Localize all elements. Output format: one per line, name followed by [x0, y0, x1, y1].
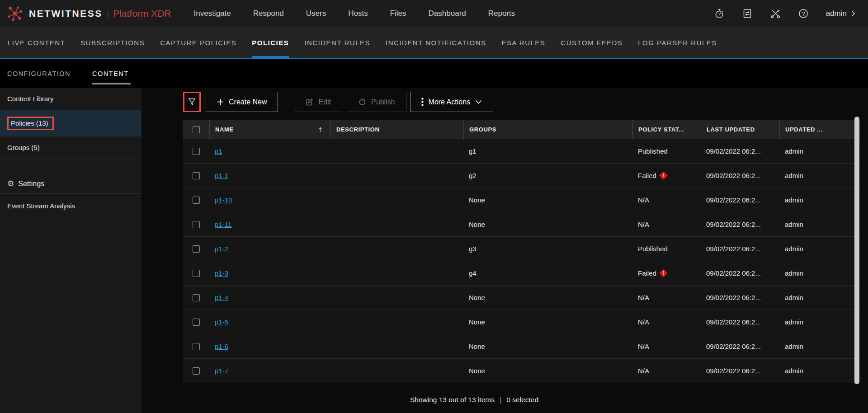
groups-cell: g2 — [463, 172, 632, 179]
policy-status-text: N/A — [638, 221, 649, 228]
failed-alert-icon: ! — [659, 269, 667, 277]
admin-tools-icon[interactable] — [770, 8, 781, 19]
tab-incident-rules[interactable]: INCIDENT RULES — [304, 27, 370, 58]
brand-name: NETWITNESS — [29, 8, 103, 19]
brand-divider: | — [107, 8, 109, 19]
table-row-p1-6: p1-6 None N/A ! 09/02/2022 06:2... admin — [183, 334, 860, 359]
annotation-highlight-box: Policies (13) — [7, 117, 54, 130]
sidebar-item-label: Event Stream Analysis — [7, 202, 75, 210]
sidebar-item-policies-13[interactable]: ⚙ Policies (13) — [0, 110, 142, 136]
vertical-scrollbar[interactable] — [854, 117, 859, 384]
column-header-updated[interactable]: UPDATED ... ↑ — [779, 120, 860, 139]
policy-name-link[interactable]: p1-4 — [215, 294, 228, 301]
timer-icon[interactable] — [714, 8, 725, 19]
topnav-item-dashboard[interactable]: Dashboard — [429, 9, 466, 18]
admin-user-label: admin — [826, 9, 847, 18]
policy-name-link[interactable]: p1-2 — [215, 245, 228, 253]
tab-custom-feeds[interactable]: CUSTOM FEEDS — [561, 27, 623, 58]
tab-live-content[interactable]: LIVE CONTENT — [8, 27, 65, 58]
topnav-item-reports[interactable]: Reports — [488, 9, 515, 18]
table-row-p1: p1 g1 Published ! 09/02/2022 06:2... adm… — [183, 139, 860, 164]
table-row-p1-11: p1-11 None N/A ! 09/02/2022 06:2... admi… — [183, 212, 860, 237]
table-row-p1-4: p1-4 None N/A ! 09/02/2022 06:2... admin — [183, 286, 860, 310]
svg-text:?: ? — [802, 10, 805, 17]
content-layout: ⚙ Content Library ⚙ Policies (13) ⚙ Grou… — [0, 88, 868, 413]
tab-incident-notifications[interactable]: INCIDENT NOTIFICATIONS — [386, 27, 486, 58]
sidebar-item-event-stream-analysis[interactable]: ⚙ Event Stream Analysis — [0, 194, 142, 218]
column-header-label: LAST UPDATED — [707, 126, 755, 133]
admin-user-menu[interactable]: admin — [826, 9, 855, 18]
gear-icon: ⚙ — [7, 180, 14, 188]
groups-cell: None — [463, 294, 632, 301]
row-checkbox[interactable] — [193, 294, 200, 301]
policy-status-cell: Failed ! — [632, 172, 701, 179]
sidebar-item-settings[interactable]: ⚙ Settings — [0, 174, 142, 194]
policy-name-link[interactable]: p1-7 — [215, 367, 228, 375]
filter-button[interactable] — [183, 92, 201, 112]
policy-name-link[interactable]: p1-3 — [215, 269, 228, 277]
row-checkbox[interactable] — [193, 221, 200, 228]
publish-label: Publish — [371, 98, 395, 106]
column-header-policy-stat[interactable]: POLICY STAT... ↑ — [632, 120, 701, 139]
sidebar-item-content-library[interactable]: ⚙ Content Library — [0, 88, 142, 110]
groups-cell: g3 — [463, 245, 632, 253]
plus-icon — [217, 99, 224, 105]
edit-button[interactable]: Edit — [294, 92, 342, 112]
policy-status-text: Failed — [638, 269, 656, 277]
section-tabs-bar: LIVE CONTENTSUBSCRIPTIONSCAPTURE POLICIE… — [0, 27, 868, 59]
tab-esa-rules[interactable]: ESA RULES — [501, 27, 545, 58]
column-header-name[interactable]: NAME ↑ — [209, 120, 330, 139]
select-all-checkbox[interactable] — [193, 126, 200, 133]
row-checkbox[interactable] — [193, 319, 200, 326]
column-header-description[interactable]: DESCRIPTION ↑ — [330, 120, 463, 139]
row-checkbox[interactable] — [193, 172, 200, 179]
create-new-button[interactable]: Create New — [206, 92, 278, 112]
column-header-groups[interactable]: GROUPS ↑ — [463, 120, 632, 139]
policy-name-link[interactable]: p1-5 — [215, 318, 228, 326]
subtab-content[interactable]: CONTENT — [92, 59, 129, 88]
jobs-panel-icon[interactable] — [742, 8, 753, 19]
publish-sync-icon — [358, 98, 366, 106]
sidebar-item-groups-5[interactable]: ⚙ Groups (5) — [0, 136, 142, 159]
publish-button[interactable]: Publish — [347, 92, 406, 112]
tab-log-parser-rules[interactable]: LOG PARSER RULES — [638, 27, 717, 58]
edit-label: Edit — [318, 98, 331, 106]
tab-policies[interactable]: POLICIES — [252, 27, 289, 58]
table-row-p1-2: p1-2 g3 Published ! 09/02/2022 06:2... a… — [183, 237, 860, 261]
top-navigation-bar: NETWITNESS | Platform XDR InvestigateRes… — [0, 0, 868, 27]
toolbar: Create New Edit Publish — [183, 92, 868, 112]
last-updated-cell: 09/02/2022 06:2... — [701, 245, 779, 253]
row-checkbox[interactable] — [193, 270, 200, 277]
row-checkbox[interactable] — [193, 343, 200, 350]
more-actions-button[interactable]: More Actions — [410, 92, 493, 112]
tab-subscriptions[interactable]: SUBSCRIPTIONS — [80, 27, 145, 58]
row-checkbox[interactable] — [193, 148, 200, 155]
policy-name-link[interactable]: p1-6 — [215, 343, 228, 350]
policy-name-link[interactable]: p1-10 — [215, 196, 232, 204]
topnav-item-files[interactable]: Files — [390, 9, 406, 18]
column-header-label: POLICY STAT... — [638, 126, 684, 133]
policy-name-link[interactable]: p1-1 — [215, 172, 228, 179]
policy-status-text: N/A — [638, 196, 649, 204]
help-icon[interactable]: ? — [798, 8, 809, 19]
subtab-configuration[interactable]: CONFIGURATION — [7, 59, 71, 88]
row-checkbox[interactable] — [193, 245, 200, 253]
table-row-p1-3: p1-3 g4 Failed ! 09/02/2022 06:2... admi… — [183, 261, 860, 286]
row-checkbox[interactable] — [193, 197, 200, 204]
topnav-item-hosts[interactable]: Hosts — [348, 9, 368, 18]
selected-count-text: 0 selected — [506, 396, 538, 404]
column-header-last-updated[interactable]: LAST UPDATED ↑ — [701, 120, 779, 139]
topnav-item-users[interactable]: Users — [306, 9, 326, 18]
groups-cell: None — [463, 221, 632, 228]
tab-capture-policies[interactable]: CAPTURE POLICIES — [160, 27, 236, 58]
sidebar-item-label: Groups (5) — [7, 144, 40, 151]
last-updated-cell: 09/02/2022 06:2... — [701, 196, 779, 204]
last-updated-cell: 09/02/2022 06:2... — [701, 318, 779, 326]
last-updated-cell: 09/02/2022 06:2... — [701, 294, 779, 301]
row-checkbox[interactable] — [193, 367, 200, 375]
topnav-item-respond[interactable]: Respond — [253, 9, 284, 18]
policy-name-link[interactable]: p1 — [215, 147, 222, 155]
policy-name-link[interactable]: p1-11 — [215, 221, 231, 228]
policy-status-cell: N/A ! — [632, 221, 701, 228]
topnav-item-investigate[interactable]: Investigate — [194, 9, 231, 18]
